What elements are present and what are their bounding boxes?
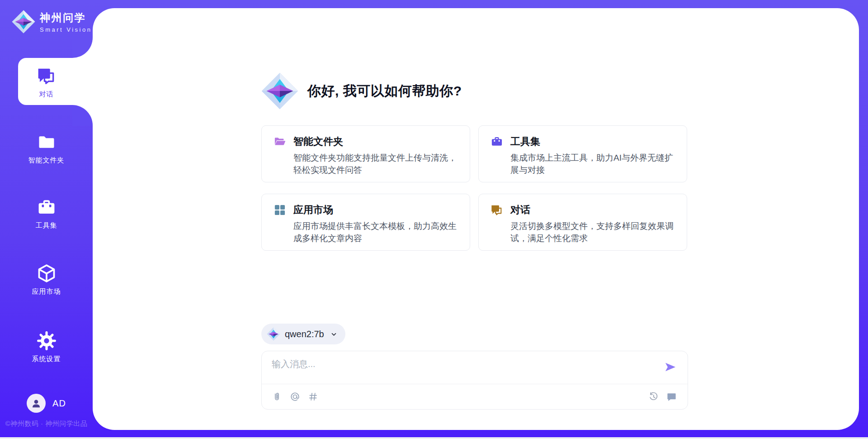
sidebar-footer: ©神州数码 · 神州问学出品 [0,420,93,428]
main-panel: 你好, 我可以如何帮助你? 智能文件夹 智能文件夹功能支持批量文件上传与清洗，轻… [93,8,859,430]
user-initials: AD [52,398,66,409]
card-app-market[interactable]: 应用市场 应用市场提供丰富长文本模板，助力高效生成多样化文章内容 [261,194,470,251]
sidebar-item-chat[interactable]: 对话 [0,66,93,99]
model-selector[interactable]: qwen2:7b [261,324,345,344]
active-tab-notch-top [72,37,93,58]
chat-icon [37,66,57,86]
sidebar: 神州问学 Smart Vision 对话 智能文件夹 [0,0,93,439]
attachment-icon[interactable] [272,391,282,402]
greeting: 你好, 我可以如何帮助你? [261,72,462,110]
user-profile[interactable]: AD [0,394,93,413]
card-smart-folder[interactable]: 智能文件夹 智能文件夹功能支持批量文件上传与清洗，轻松实现文件问答 [261,125,470,182]
sidebar-item-label: 智能文件夹 [28,156,65,165]
greeting-logo-icon [261,72,298,110]
model-name: qwen2:7b [285,329,324,339]
card-description: 集成市场上主流工具，助力AI与外界无缝扩展与对接 [510,152,676,177]
avatar [27,394,46,413]
model-logo-icon [267,327,280,341]
message-input[interactable] [272,358,651,379]
card-toolset[interactable]: 工具集 集成市场上主流工具，助力AI与外界无缝扩展与对接 [478,125,687,182]
greeting-title: 你好, 我可以如何帮助你? [307,82,462,100]
folder-open-icon [274,135,286,148]
sidebar-item-smart-folder[interactable]: 智能文件夹 [0,132,93,165]
card-chat[interactable]: 对话 灵活切换多模型文件，支持多样回复效果调试，满足个性化需求 [478,194,687,251]
card-title: 智能文件夹 [293,135,343,148]
chat-icon [491,204,503,216]
send-icon[interactable] [664,361,677,373]
brand-logo-icon [12,10,35,33]
card-title: 工具集 [510,135,540,148]
feature-cards: 智能文件夹 智能文件夹功能支持批量文件上传与清洗，轻松实现文件问答 工具集 [261,125,687,251]
sidebar-item-app-market[interactable]: 应用市场 [0,263,93,296]
sidebar-item-label: 工具集 [36,221,57,230]
brand-logo: 神州问学 Smart Vision [12,10,92,33]
hashtag-icon[interactable] [308,391,318,402]
main-content: 你好, 我可以如何帮助你? 智能文件夹 智能文件夹功能支持批量文件上传与清洗，轻… [261,72,688,421]
horizontal-scrollbar[interactable] [0,437,868,439]
sidebar-item-label: 对话 [39,90,54,99]
mention-icon[interactable] [290,391,300,402]
sidebar-item-label: 应用市场 [32,287,61,296]
app-root: 神州问学 Smart Vision 对话 智能文件夹 [0,0,868,439]
history-icon[interactable] [648,391,659,402]
grid-icon [274,204,286,216]
active-tab-notch-bottom [72,105,93,126]
card-title: 对话 [510,203,530,217]
sidebar-item-settings[interactable]: 系统设置 [0,331,93,363]
card-description: 应用市场提供丰富长文本模板，助力高效生成多样化文章内容 [293,220,459,245]
sidebar-item-label: 系统设置 [32,355,61,363]
card-description: 智能文件夹功能支持批量文件上传与清洗，轻松实现文件问答 [293,152,459,177]
person-icon [30,397,42,409]
toolbox-icon [491,135,503,148]
chat-quote-icon[interactable] [666,391,677,402]
cube-icon [37,263,57,283]
model-selector-row: qwen2:7b [261,324,345,344]
card-title: 应用市场 [293,203,333,217]
composer-toolbar [272,384,677,409]
brand-subtitle: Smart Vision [40,26,92,33]
gear-icon [37,331,57,351]
sidebar-item-toolset[interactable]: 工具集 [0,197,93,230]
card-description: 灵活切换多模型文件，支持多样回复效果调试，满足个性化需求 [510,220,676,245]
chevron-down-icon [330,330,338,339]
message-composer [261,351,688,410]
folder-icon [37,132,57,152]
brand-name: 神州问学 [40,11,92,25]
toolbox-icon [37,197,57,217]
